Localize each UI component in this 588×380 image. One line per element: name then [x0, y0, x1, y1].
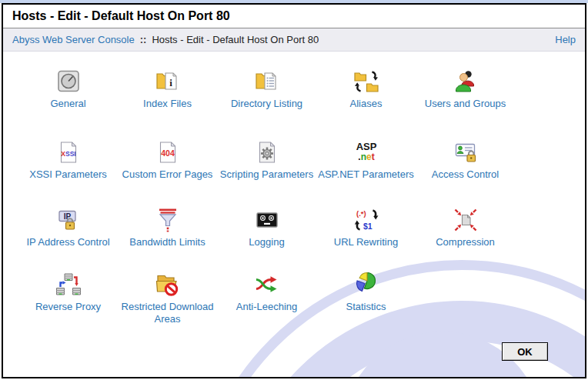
restricted-download-areas-icon	[154, 269, 182, 298]
breadcrumb-separator: ::	[140, 34, 147, 45]
bandwidth-limits-icon	[154, 205, 182, 234]
item-label: Logging	[249, 236, 284, 248]
item-label: ASP.NET Parameters	[318, 168, 414, 181]
svg-text:XSSI: XSSI	[61, 150, 75, 158]
item-custom-error-pages[interactable]: 404 Custom Error Pages	[118, 137, 217, 181]
grid-row-1: General i Index Files	[18, 66, 515, 110]
statistics-icon	[352, 269, 380, 298]
item-reverse-proxy[interactable]: Reverse Proxy	[18, 269, 118, 325]
help-link[interactable]: Help	[555, 34, 576, 45]
users-and-groups-icon	[452, 66, 479, 95]
compression-icon	[452, 205, 479, 234]
ip-address-control-icon: IP	[55, 205, 82, 234]
general-icon	[55, 66, 82, 95]
item-label: Compression	[436, 236, 495, 248]
item-label: Index Files	[143, 98, 192, 110]
window-title-bar: Hosts - Edit - Default Host On Port 80	[3, 5, 585, 28]
error-404-glyph: 404	[161, 148, 175, 158]
asp-glyph: ASP	[356, 141, 376, 152]
logging-icon	[253, 205, 281, 234]
item-label: URL Rewriting	[334, 236, 398, 248]
aliases-icon	[352, 66, 380, 95]
item-url-rewriting[interactable]: (.*) $1 URL Rewriting	[316, 205, 416, 248]
item-restricted-download-areas[interactable]: Restricted Download Areas	[118, 269, 217, 325]
breadcrumb-current: Hosts - Edit - Default Host On Port 80	[152, 34, 319, 45]
capture-glyph: $1	[363, 222, 373, 231]
item-scripting-parameters[interactable]: Scripting Parameters	[217, 137, 316, 181]
item-logging[interactable]: Logging	[217, 205, 316, 248]
item-ip-address-control[interactable]: IP IP Address Control	[18, 205, 118, 248]
directory-listing-icon	[253, 66, 281, 95]
item-label: Custom Error Pages	[122, 168, 213, 181]
item-label: Users and Groups	[425, 98, 506, 110]
grid-row-2: XSSI XSSI Parameters 404 Custom Error Pa…	[18, 137, 515, 181]
item-general[interactable]: General	[18, 66, 118, 110]
item-label: General	[50, 98, 85, 110]
item-label: Bandwidth Limits	[129, 236, 205, 248]
xssi-ssi-glyph: SSI	[65, 150, 75, 158]
svg-text:.net: .net	[358, 152, 374, 162]
breadcrumb-console-link[interactable]: Abyss Web Server Console	[12, 34, 135, 45]
item-aspnet-parameters[interactable]: ASP .net ASP.NET Parameters	[316, 137, 416, 181]
item-access-control[interactable]: Access Control	[416, 137, 515, 181]
anti-leeching-icon	[253, 269, 281, 298]
breadcrumb: Abyss Web Server Console :: Hosts - Edit…	[3, 28, 585, 52]
custom-error-pages-icon: 404	[154, 137, 182, 166]
grid-row-3: IP IP Address Control	[18, 205, 515, 248]
item-users-and-groups[interactable]: Users and Groups	[416, 66, 515, 110]
scripting-parameters-icon	[253, 137, 281, 166]
item-label: Aliases	[350, 98, 383, 110]
item-statistics[interactable]: Statistics	[316, 269, 416, 325]
access-control-icon	[452, 137, 479, 166]
item-label: Access Control	[432, 168, 499, 181]
grid-row-4: Reverse Proxy Restricted Download Areas	[18, 269, 416, 325]
item-compression[interactable]: Compression	[416, 205, 515, 248]
page-title: Hosts - Edit - Default Host On Port 80	[12, 9, 230, 23]
regex-glyph: (.*)	[356, 209, 366, 218]
item-label: Reverse Proxy	[35, 301, 101, 313]
item-anti-leeching[interactable]: Anti-Leeching	[217, 269, 316, 325]
item-label: IP Address Control	[26, 236, 109, 248]
item-label: Restricted Download Areas	[118, 301, 217, 325]
item-label: Anti-Leeching	[236, 301, 298, 313]
item-label: Scripting Parameters	[220, 168, 313, 181]
url-rewriting-icon: (.*) $1	[352, 205, 380, 234]
item-index-files[interactable]: i Index Files	[118, 66, 217, 110]
item-xssi-parameters[interactable]: XSSI XSSI Parameters	[18, 137, 118, 181]
item-label: XSSI Parameters	[29, 168, 106, 181]
main-panel: General i Index Files	[3, 52, 585, 374]
item-label: Directory Listing	[231, 98, 302, 110]
index-files-icon: i	[154, 66, 182, 95]
aspnet-parameters-icon: ASP .net	[351, 137, 382, 166]
item-aliases[interactable]: Aliases	[316, 66, 416, 110]
item-bandwidth-limits[interactable]: Bandwidth Limits	[118, 205, 217, 248]
xssi-parameters-icon: XSSI	[55, 137, 82, 166]
reverse-proxy-icon	[55, 269, 82, 298]
item-directory-listing[interactable]: Directory Listing	[217, 66, 316, 110]
ok-button[interactable]: OK	[502, 342, 548, 361]
svg-text:i: i	[169, 77, 172, 88]
console-window: Hosts - Edit - Default Host On Port 80 A…	[2, 3, 586, 378]
item-label: Statistics	[346, 301, 386, 313]
